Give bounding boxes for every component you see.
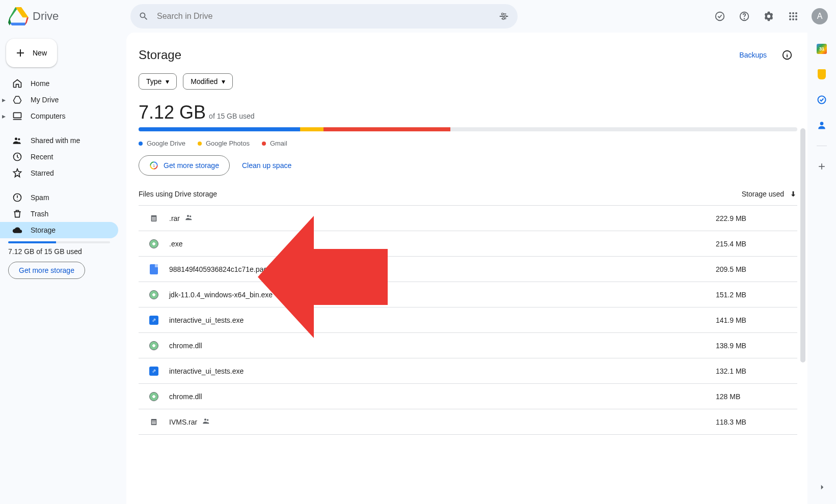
- filter-type[interactable]: Type▾: [139, 73, 177, 90]
- home-icon: [12, 78, 22, 89]
- spam-icon: [12, 192, 22, 203]
- calendar-icon[interactable]: 31: [817, 44, 827, 54]
- file-row[interactable]: ⇗interactive_ui_tests.exe132.1 MB: [139, 358, 797, 384]
- legend-gmail: Gmail: [262, 139, 287, 147]
- legend-drive: Google Drive: [139, 139, 185, 147]
- rar-file-icon: [149, 417, 159, 427]
- column-size[interactable]: Storage used: [742, 190, 784, 198]
- svg-point-12: [789, 18, 791, 20]
- segment-gmail: [323, 127, 450, 131]
- file-name: interactive_ui_tests.exe: [169, 316, 716, 324]
- nav-computers[interactable]: ▸Computers: [0, 108, 118, 124]
- svg-rect-29: [152, 219, 156, 220]
- file-row[interactable]: jdk-11.0.4_windows-x64_bin.exe151.2 MB: [139, 282, 797, 307]
- expand-icon[interactable]: ▸: [2, 96, 6, 104]
- disc-file-icon: [149, 391, 159, 402]
- nav-storage[interactable]: Storage: [0, 222, 118, 238]
- svg-point-9: [789, 15, 791, 17]
- file-size: 132.1 MB: [716, 367, 797, 375]
- filter-modified[interactable]: Modified▾: [183, 73, 233, 90]
- sidepanel: 31: [807, 33, 836, 504]
- file-row[interactable]: .rar222.9 MB: [139, 206, 797, 231]
- offline-ready-icon[interactable]: [710, 6, 730, 26]
- page-title: Storage: [139, 48, 181, 62]
- storage-breakdown-bar: [139, 127, 797, 131]
- doc-file-icon: [149, 264, 159, 274]
- file-row[interactable]: chrome.dll138.9 MB: [139, 333, 797, 358]
- sort-desc-icon[interactable]: [789, 190, 797, 198]
- file-size: 138.9 MB: [716, 342, 797, 350]
- svg-rect-27: [152, 217, 156, 217]
- file-row[interactable]: 988149f405936824c1c71e.pack209.5 MB: [139, 257, 797, 282]
- computers-icon: [12, 111, 22, 121]
- file-row[interactable]: ⇗interactive_ui_tests.exe141.9 MB: [139, 307, 797, 333]
- file-row[interactable]: chrome.dll128 MB: [139, 384, 797, 409]
- expand-icon[interactable]: ▸: [2, 112, 6, 120]
- file-size: 215.4 MB: [716, 240, 797, 248]
- chevron-down-icon: ▾: [222, 77, 225, 86]
- rar-file-icon: [149, 213, 159, 223]
- svg-rect-33: [152, 421, 156, 421]
- file-size: 128 MB: [716, 393, 797, 401]
- svg-point-30: [187, 215, 189, 217]
- plus-icon: [14, 47, 26, 59]
- help-icon[interactable]: [734, 6, 754, 26]
- get-more-storage-button[interactable]: 1 Get more storage: [139, 155, 230, 176]
- apps-icon[interactable]: [783, 6, 803, 26]
- clean-up-link[interactable]: Clean up space: [242, 161, 291, 170]
- nav-mydrive[interactable]: ▸My Drive: [0, 92, 118, 108]
- google-one-icon: 1: [149, 161, 158, 170]
- svg-point-1: [504, 15, 506, 17]
- search-options-icon[interactable]: [498, 11, 509, 22]
- nav-starred[interactable]: Starred: [0, 165, 118, 181]
- file-row[interactable]: IVMS.rar118.3 MB: [139, 409, 797, 435]
- nav-trash[interactable]: Trash: [0, 206, 118, 222]
- drive-icon: [12, 95, 22, 104]
- disc-file-icon: [149, 239, 159, 249]
- nav-shared[interactable]: Shared with me: [0, 132, 118, 149]
- svg-point-37: [207, 419, 208, 421]
- file-list: .rar222.9 MB.exe215.4 MB988149f405936824…: [139, 206, 797, 435]
- file-name: chrome.dll: [169, 342, 716, 350]
- main-content: Storage Backups Type▾ Modified▾ 7.12 GB …: [126, 33, 807, 504]
- add-addon-icon[interactable]: [817, 161, 827, 172]
- file-size: 118.3 MB: [716, 418, 797, 426]
- proj-file-icon: ⇗: [149, 315, 159, 325]
- storage-used-amount: 7.12 GB: [139, 102, 206, 123]
- disc-file-icon: [149, 290, 159, 300]
- nav-recent[interactable]: Recent: [0, 149, 118, 165]
- nav-home[interactable]: Home: [0, 75, 118, 92]
- logo-area[interactable]: Drive: [8, 6, 126, 26]
- sidebar-storage-bar: [8, 241, 110, 243]
- scrollbar[interactable]: [800, 128, 805, 362]
- file-name: 988149f405936824c1c71e.pack: [169, 265, 716, 273]
- svg-point-0: [501, 13, 503, 15]
- svg-point-36: [204, 418, 206, 421]
- svg-point-39: [820, 122, 824, 125]
- sidebar-usage-text: 7.12 GB of 15 GB used: [8, 247, 110, 256]
- sidebar: New Home ▸My Drive ▸Computers Shared wit…: [0, 33, 126, 504]
- file-row[interactable]: .exe215.4 MB: [139, 231, 797, 257]
- collapse-sidepanel-icon[interactable]: [818, 483, 827, 494]
- info-icon[interactable]: [777, 45, 797, 65]
- svg-text:1: 1: [153, 163, 155, 168]
- search-bar[interactable]: [130, 4, 518, 29]
- file-name: IVMS.rar: [169, 417, 716, 427]
- new-button[interactable]: New: [6, 39, 57, 67]
- search-input[interactable]: [157, 12, 490, 21]
- tasks-icon[interactable]: [817, 95, 827, 105]
- svg-point-7: [792, 12, 794, 14]
- chevron-down-icon: ▾: [166, 77, 169, 86]
- search-icon: [139, 11, 149, 21]
- settings-icon[interactable]: [759, 6, 779, 26]
- nav-spam[interactable]: Spam: [0, 189, 118, 206]
- column-files: Files using Drive storage: [139, 190, 217, 198]
- backups-link[interactable]: Backups: [739, 51, 767, 59]
- contacts-icon[interactable]: [817, 120, 827, 130]
- sidebar-get-storage-button[interactable]: Get more storage: [8, 262, 85, 279]
- keep-icon[interactable]: [817, 69, 827, 79]
- avatar[interactable]: A: [812, 8, 828, 24]
- table-header: Files using Drive storage Storage used: [139, 190, 797, 206]
- svg-point-6: [789, 12, 791, 14]
- svg-rect-15: [14, 113, 21, 118]
